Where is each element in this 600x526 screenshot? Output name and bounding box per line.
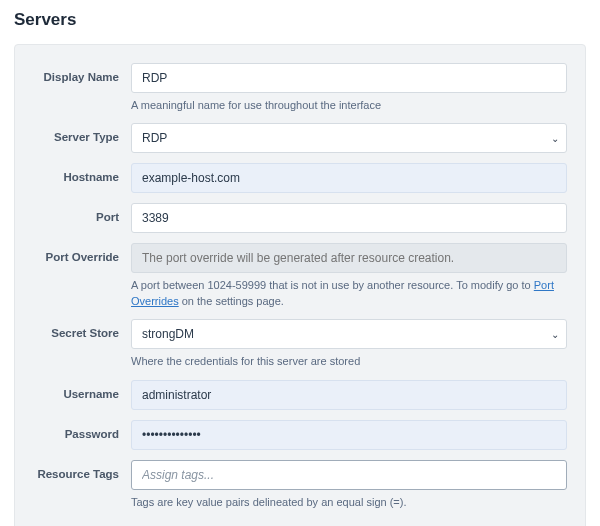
- resource-tags-hint: Tags are key value pairs delineated by a…: [131, 495, 567, 510]
- display-name-label: Display Name: [33, 63, 131, 83]
- server-type-label: Server Type: [33, 123, 131, 143]
- port-override-label: Port Override: [33, 243, 131, 263]
- password-label: Password: [33, 420, 131, 440]
- page-title: Servers: [14, 10, 586, 30]
- username-label: Username: [33, 380, 131, 400]
- hostname-label: Hostname: [33, 163, 131, 183]
- port-input[interactable]: [131, 203, 567, 233]
- port-override-input: [131, 243, 567, 273]
- username-input[interactable]: [131, 380, 567, 410]
- display-name-hint: A meaningful name for use throughout the…: [131, 98, 567, 113]
- resource-tags-input[interactable]: [131, 460, 567, 490]
- hostname-input[interactable]: [131, 163, 567, 193]
- secret-store-select[interactable]: strongDM: [131, 319, 567, 349]
- server-type-select[interactable]: RDP: [131, 123, 567, 153]
- port-override-hint: A port between 1024-59999 that is not in…: [131, 278, 567, 309]
- server-form-panel: Display Name A meaningful name for use t…: [14, 44, 586, 526]
- secret-store-label: Secret Store: [33, 319, 131, 339]
- port-label: Port: [33, 203, 131, 223]
- secret-store-hint: Where the credentials for this server ar…: [131, 354, 567, 369]
- password-input[interactable]: [131, 420, 567, 450]
- resource-tags-label: Resource Tags: [33, 460, 131, 480]
- display-name-input[interactable]: [131, 63, 567, 93]
